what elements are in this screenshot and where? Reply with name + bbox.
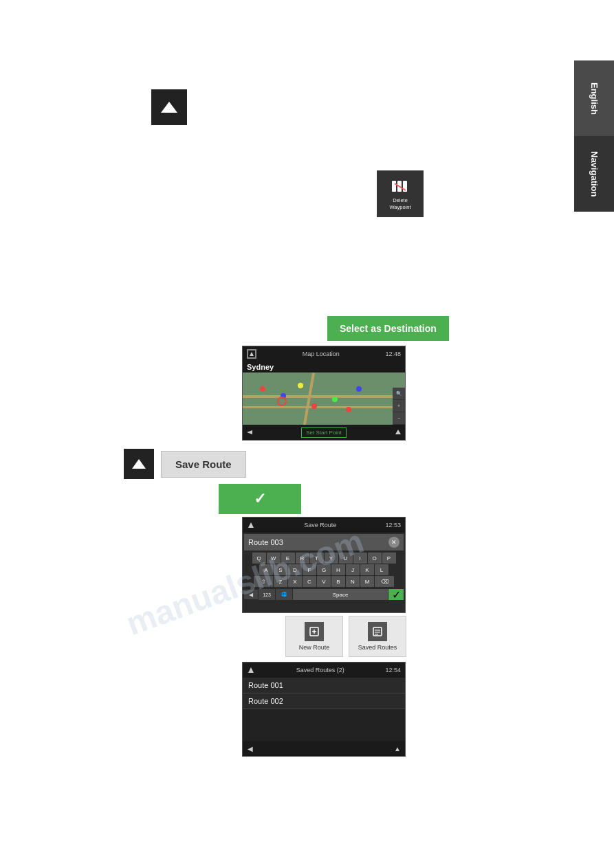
save-route-screen: Save Route 12:53 Route 003 ✕ Q W E R T Y… — [242, 517, 406, 613]
map-content-area: 🔍 + − ⊞ — [243, 372, 405, 429]
key-b[interactable]: B — [331, 576, 345, 587]
map-circle-marker — [277, 397, 287, 406]
confirm-button[interactable]: ✓ — [219, 484, 301, 514]
route-list-item-1[interactable]: Route 001 — [243, 678, 405, 693]
key-h[interactable]: H — [331, 564, 345, 575]
saved-routes-up-arrow[interactable]: ▲ — [393, 744, 402, 753]
key-w[interactable]: W — [267, 553, 281, 564]
key-n[interactable]: N — [346, 576, 360, 587]
svg-marker-6 — [395, 430, 401, 434]
key-q[interactable]: Q — [252, 553, 266, 564]
saved-routes-header-icon — [247, 666, 255, 674]
saved-routes-back-arrow[interactable]: ◀ — [245, 744, 255, 753]
delete-waypoint-label: Delete Waypoint — [390, 197, 411, 211]
key-a[interactable]: A — [259, 564, 273, 575]
save-route-header-icon — [247, 521, 255, 529]
saved-routes-button[interactable]: Saved Routes — [349, 616, 406, 657]
save-route-screen-header: Save Route 12:53 — [243, 518, 405, 533]
keyboard-row-3: ⇧ Z X C V B N M ⌫ — [244, 576, 404, 587]
key-space[interactable]: Space — [293, 589, 388, 600]
map-side-icon-1[interactable]: 🔍 — [393, 388, 405, 400]
svg-marker-5 — [247, 430, 252, 434]
map-screen-footer: Set Start Point — [243, 425, 405, 440]
set-start-point-button[interactable]: Set Start Point — [301, 427, 347, 438]
nav-up-button[interactable] — [124, 449, 154, 479]
key-y[interactable]: Y — [325, 553, 338, 564]
key-language[interactable]: 🌐 — [276, 589, 292, 600]
map-pin-6 — [346, 407, 351, 412]
map-pin-7 — [356, 386, 362, 392]
map-pin-1 — [260, 386, 265, 392]
key-t[interactable]: T — [310, 553, 324, 564]
saved-routes-screen: Saved Routes (2) 12:54 Route 001 Route 0… — [242, 662, 406, 757]
up-arrow-icon-top — [161, 102, 177, 113]
key-j[interactable]: J — [346, 564, 360, 575]
delete-waypoint-button[interactable]: Delete Waypoint — [377, 170, 424, 217]
route-list-item-2[interactable]: Route 002 — [243, 693, 405, 709]
svg-marker-15 — [248, 667, 254, 673]
map-footer-up-arrow[interactable] — [394, 428, 402, 436]
map-pin-4 — [311, 403, 317, 409]
key-shift[interactable]: ⇧ — [254, 576, 273, 587]
route-name-row: Route 003 ✕ — [244, 534, 404, 550]
side-tabs: English Navigation — [574, 60, 614, 212]
key-d[interactable]: D — [288, 564, 302, 575]
route-name-value: Route 003 — [248, 538, 283, 546]
key-k[interactable]: K — [360, 564, 374, 575]
key-e[interactable]: E — [281, 553, 295, 564]
key-o[interactable]: O — [368, 553, 382, 564]
key-u[interactable]: U — [339, 553, 353, 564]
map-pin-3 — [298, 383, 303, 388]
key-numbers[interactable]: 123 — [259, 589, 275, 600]
clear-route-name-button[interactable]: ✕ — [388, 537, 399, 548]
route-action-buttons: New Route Saved Routes — [285, 616, 406, 657]
key-g[interactable]: G — [317, 564, 331, 575]
map-screen-title: Map Location — [303, 350, 340, 357]
key-z[interactable]: Z — [274, 576, 287, 587]
map-side-icons: 🔍 + − ⊞ — [393, 388, 405, 429]
new-route-label: New Route — [299, 644, 330, 651]
navigation-tab-label: Navigation — [589, 151, 600, 197]
save-route-screen-title: Save Route — [304, 522, 336, 528]
key-r[interactable]: R — [296, 553, 309, 564]
new-route-icon — [305, 622, 324, 641]
key-l[interactable]: L — [375, 564, 388, 575]
keyboard-footer: ◀ 123 🌐 Space ✓ — [243, 588, 405, 601]
map-city-label: Sydney — [243, 361, 405, 372]
key-s[interactable]: S — [274, 564, 287, 575]
saved-routes-header: Saved Routes (2) 12:54 — [243, 663, 405, 678]
map-header-nav-arrow[interactable] — [247, 349, 256, 359]
key-enter[interactable]: ✓ — [388, 589, 404, 600]
svg-marker-7 — [248, 522, 254, 528]
map-footer-back-arrow[interactable] — [245, 428, 254, 436]
key-v[interactable]: V — [317, 576, 331, 587]
saved-routes-footer: ◀ ▲ — [243, 741, 405, 756]
english-tab[interactable]: English — [574, 60, 614, 136]
map-location-screen: Map Location 12:48 Sydney 🔍 + − ⊞ — [242, 346, 406, 441]
keyboard-area: Q W E R T Y U I O P A S D F G H J K L ⇧ … — [243, 552, 405, 588]
delete-waypoint-icon — [389, 177, 411, 196]
svg-marker-4 — [250, 352, 254, 356]
key-m[interactable]: M — [360, 576, 374, 587]
key-p[interactable]: P — [382, 553, 396, 564]
saved-routes-time: 12:54 — [385, 667, 401, 674]
key-backspace[interactable]: ⌫ — [375, 576, 394, 587]
keyboard-back-button[interactable]: ◀ — [244, 590, 258, 599]
routes-empty-space — [243, 709, 405, 744]
save-route-button[interactable]: Save Route — [161, 451, 246, 478]
key-f[interactable]: F — [303, 564, 316, 575]
map-screen-header: Map Location 12:48 — [243, 346, 405, 361]
navigation-tab[interactable]: Navigation — [574, 136, 614, 212]
map-side-icon-3[interactable]: − — [393, 412, 405, 425]
svg-rect-0 — [392, 181, 396, 192]
new-route-button[interactable]: New Route — [285, 616, 343, 657]
map-side-icon-2[interactable]: + — [393, 400, 405, 412]
english-tab-label: English — [589, 82, 600, 115]
key-x[interactable]: X — [288, 576, 302, 587]
key-c[interactable]: C — [303, 576, 316, 587]
up-arrow-button-top[interactable] — [151, 89, 187, 125]
key-i[interactable]: I — [353, 553, 367, 564]
saved-routes-icon — [368, 622, 387, 641]
map-pin-5 — [332, 397, 338, 402]
select-as-destination-button[interactable]: Select as Destination — [327, 316, 449, 341]
